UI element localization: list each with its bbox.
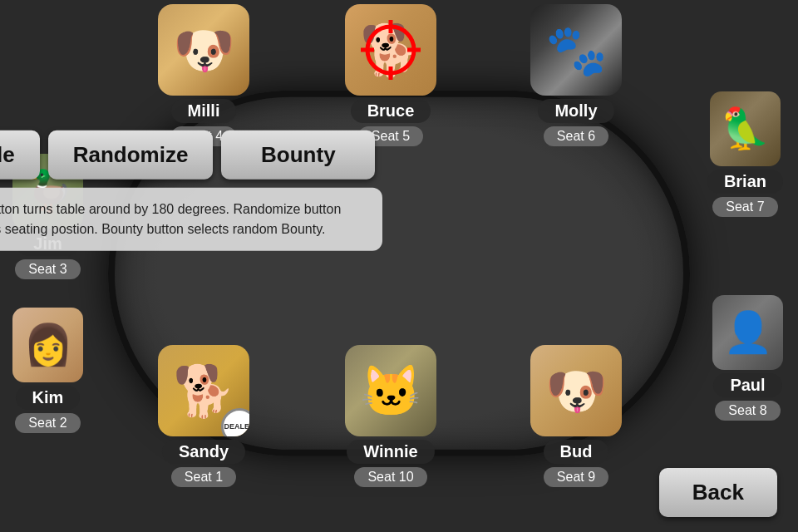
seat-8: 👤 Paul Seat 8 (712, 295, 783, 421)
back-button[interactable]: Back (659, 468, 777, 517)
seat-8-avatar: 👤 (712, 295, 783, 370)
seat-7-label: Seat 7 (712, 197, 777, 217)
seat-6-label: Seat 6 (544, 126, 608, 146)
seat-10-label: Seat 10 (354, 467, 426, 487)
seat-6: 🐾 Molly Seat 6 (530, 4, 622, 146)
action-buttons-area: Turn Table Randomize Bounty Turn Table b… (0, 131, 399, 251)
info-text-box: Turn Table button turns table around by … (0, 188, 382, 251)
bounty-button[interactable]: Bounty (221, 131, 375, 180)
seat-7: 🦜 Brian Seat 7 (707, 91, 783, 217)
randomize-button[interactable]: Randomize (48, 131, 214, 180)
main-buttons-row: Turn Table Randomize Bounty (0, 131, 375, 180)
seat-10-name: Winnie (347, 440, 434, 464)
seat-9-name: Bud (544, 440, 609, 464)
seat-7-avatar: 🦜 (710, 91, 781, 166)
seat-1-avatar: 🐕 DEALER (158, 345, 249, 436)
seat-1: 🐕 DEALER Sandy Seat 1 (158, 345, 249, 487)
seat-4: 🐶 Milli Seat 4 (158, 4, 249, 146)
seat-6-avatar: 🐾 (530, 4, 622, 96)
seat-2-avatar: 👩 (12, 308, 83, 382)
seat-5: 🐕 Bruce Seat 5 (345, 4, 436, 146)
seat-6-name: Molly (538, 99, 613, 123)
seat-4-avatar: 🐶 (158, 4, 249, 96)
svg-point-0 (367, 27, 414, 73)
seat-1-name: Sandy (162, 440, 245, 464)
seat-8-label: Seat 8 (715, 401, 780, 421)
seat-2-label: Seat 2 (15, 413, 80, 433)
seat-8-name: Paul (713, 373, 781, 397)
seat-5-name: Bruce (351, 99, 431, 123)
seat-3-label: Seat 3 (15, 259, 80, 279)
seat-9-label: Seat 9 (544, 467, 608, 487)
seat-9-avatar: 🐶 (530, 345, 622, 436)
seat-5-avatar: 🐕 (345, 4, 436, 96)
seat-10: 🐱 Winnie Seat 10 (345, 345, 436, 487)
seat-1-label: Seat 1 (171, 467, 236, 487)
seat-10-avatar: 🐱 (345, 345, 436, 436)
seat-2-name: Kim (16, 386, 81, 410)
seat-2: 👩 Kim Seat 2 (12, 308, 83, 433)
seat-4-name: Milli (171, 99, 237, 123)
seat-7-name: Brian (707, 170, 783, 194)
turn-table-button[interactable]: Turn Table (0, 131, 40, 180)
seat-9: 🐶 Bud Seat 9 (530, 345, 622, 487)
